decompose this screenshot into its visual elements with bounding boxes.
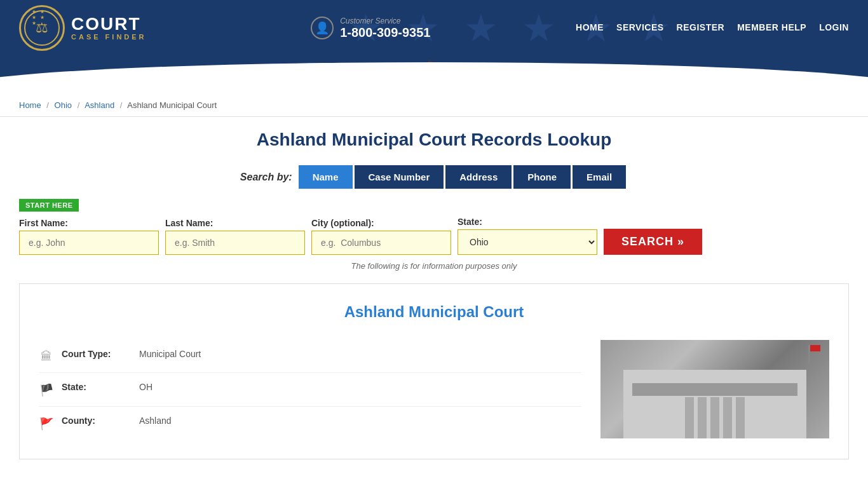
building-columns (685, 397, 745, 438)
phone-icon: 👤 (311, 17, 334, 39)
logo-text: COURT CASE FINDER (71, 15, 147, 41)
court-type-label: Court Type: (62, 349, 132, 359)
first-name-group: First Name: (19, 218, 159, 255)
tab-phone[interactable]: Phone (513, 165, 571, 189)
building-col-3 (710, 397, 719, 438)
state-select[interactable]: Ohio Alabama Alaska Arizona California C… (458, 229, 597, 255)
cs-text: Customer Service 1-800-309-9351 (340, 17, 430, 40)
court-type-icon: 🏛 (39, 350, 54, 363)
nav-home[interactable]: HOME (576, 22, 604, 34)
city-group: City (optional): (311, 218, 451, 255)
tab-case-number[interactable]: Case Number (355, 165, 444, 189)
breadcrumb-sep-3: / (120, 100, 123, 110)
tab-name[interactable]: Name (299, 165, 353, 189)
court-info-left: 🏛 Court Type: Municipal Court 🏴 State: O… (39, 340, 581, 440)
cs-label: Customer Service (340, 17, 430, 25)
building-flag (808, 345, 810, 364)
info-row-county: 🚩 County: Ashland (39, 407, 581, 440)
search-form-area: START HERE First Name: Last Name: City (… (19, 199, 849, 255)
building-roof (632, 383, 797, 396)
logo-circle: ⚖ ★ ★ ★ ★ ★ (19, 5, 65, 51)
breadcrumb-home[interactable]: Home (19, 100, 41, 110)
search-button[interactable]: SEARCH » (604, 229, 702, 255)
tab-email[interactable]: Email (573, 165, 626, 189)
breadcrumb-sep-1: / (46, 100, 49, 110)
start-here-badge: START HERE (19, 199, 79, 212)
state-info-value: OH (139, 382, 153, 392)
page-title: Ashland Municipal Court Records Lookup (19, 130, 849, 150)
building-col-1 (685, 397, 694, 438)
nav-member-help[interactable]: MEMBER HELP (737, 22, 806, 34)
state-label: State: (458, 217, 597, 227)
nav-login[interactable]: LOGIN (819, 22, 849, 34)
county-value: Ashland (139, 416, 172, 426)
first-name-input[interactable] (19, 231, 159, 255)
info-note: The following is for information purpose… (19, 261, 849, 271)
court-info-right (600, 340, 829, 440)
breadcrumb-current: Ashland Municipal Court (127, 100, 217, 110)
search-by-label: Search by: (240, 172, 292, 183)
info-row-court-type: 🏛 Court Type: Municipal Court (39, 340, 581, 373)
logo-court-label: COURT (71, 15, 147, 33)
info-row-state: 🏴 State: OH (39, 373, 581, 407)
site-header: ★ ★ ★ ★ ★ ★ ⚖ ★ ★ ★ ★ ★ COURT CASE FINDE… (0, 0, 868, 56)
county-label: County: (62, 416, 132, 426)
logo-stars: ★ ★ ★ ★ ★ (32, 9, 53, 26)
nav-services[interactable]: SERVICES (616, 22, 664, 34)
state-icon: 🏴 (39, 383, 54, 397)
main-nav: HOME SERVICES REGISTER MEMBER HELP LOGIN (576, 22, 849, 34)
city-input[interactable] (311, 231, 451, 255)
last-name-group: Last Name: (165, 218, 305, 255)
search-form-row: First Name: Last Name: City (optional): … (19, 217, 849, 255)
main-content: Ashland Municipal Court Records Lookup S… (0, 117, 868, 472)
building-placeholder (600, 340, 829, 438)
building-col-4 (723, 397, 732, 438)
court-card-title: Ashland Municipal Court (39, 303, 829, 321)
building-body (623, 370, 806, 439)
state-group: State: Ohio Alabama Alaska Arizona Calif… (458, 217, 597, 255)
breadcrumb-ashland[interactable]: Ashland (85, 100, 114, 110)
cs-phone: 1-800-309-9351 (340, 25, 430, 40)
last-name-input[interactable] (165, 231, 305, 255)
court-card: Ashland Municipal Court 🏛 Court Type: Mu… (19, 283, 849, 459)
first-name-label: First Name: (19, 218, 159, 228)
logo-case-finder-label: CASE FINDER (71, 33, 147, 41)
breadcrumb-sep-2: / (78, 100, 80, 110)
tab-address[interactable]: Address (445, 165, 512, 189)
court-info-layout: 🏛 Court Type: Municipal Court 🏴 State: O… (39, 340, 829, 440)
breadcrumb-ohio[interactable]: Ohio (55, 100, 72, 110)
county-icon: 🚩 (39, 417, 54, 431)
building-col-5 (736, 397, 745, 438)
building-col-2 (698, 397, 707, 438)
search-by-row: Search by: Name Case Number Address Phon… (19, 165, 849, 189)
court-building-image (600, 340, 829, 438)
last-name-label: Last Name: (165, 218, 305, 228)
nav-register[interactable]: REGISTER (677, 22, 725, 34)
logo-area: ⚖ ★ ★ ★ ★ ★ COURT CASE FINDER (19, 5, 147, 51)
city-label: City (optional): (311, 218, 451, 228)
customer-service: 👤 Customer Service 1-800-309-9351 (311, 17, 430, 40)
banner-arc: ★ ★ 🦅 ★ ★ (0, 56, 868, 94)
breadcrumb: Home / Ohio / Ashland / Ashland Municipa… (0, 94, 868, 117)
state-info-label: State: (62, 382, 132, 392)
court-type-value: Municipal Court (139, 349, 201, 359)
